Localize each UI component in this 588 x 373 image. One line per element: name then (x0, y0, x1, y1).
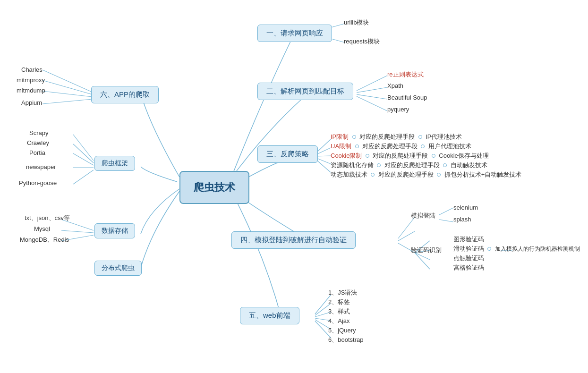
svg-line-28 (43, 80, 92, 94)
txt-node: txt、json、csv等 (25, 213, 70, 222)
js-node: 1、JS语法 (328, 288, 357, 297)
img-captcha: 图形验证码 (453, 235, 484, 244)
branch-three-label: 三、反爬策略 (257, 145, 318, 163)
crawler-framework: 爬虫框架 (94, 156, 135, 171)
pyquery-node: pyquery (387, 105, 409, 113)
ajax-node: 4、Ajax (328, 316, 350, 325)
svg-line-2 (357, 76, 387, 91)
mitmproxy-node: mitmproxy (17, 76, 45, 84)
svg-line-29 (43, 91, 92, 97)
portia-node: Portia (29, 148, 45, 157)
resource-row: 资源随机化存储 对应的反爬处理手段 自动触发技术 (331, 161, 487, 170)
tag-node: 2、标签 (328, 297, 350, 306)
svg-line-11 (398, 217, 415, 238)
ua-row: UA限制 对应的反爬处理手段 用户代理池技术 (331, 142, 471, 151)
data-storage: 数据存储 (94, 223, 135, 238)
distributed-label: 分布式爬虫 (94, 261, 142, 276)
selenium-node: selenium (453, 203, 478, 212)
svg-line-3 (357, 87, 387, 93)
branch-two: 二、解析网页到匹配目标 (257, 83, 353, 100)
python-goose-node: Python-goose (19, 178, 57, 187)
re-node: re正则表达式 (387, 70, 424, 79)
svg-line-35 (73, 170, 94, 184)
data-storage-label: 数据存储 (94, 223, 135, 238)
xpath-node: Xpath (387, 81, 403, 90)
style-node: 3、样式 (328, 307, 350, 316)
svg-line-33 (73, 153, 94, 165)
mitmdump-node: mitmdump (17, 86, 45, 94)
svg-line-4 (357, 94, 387, 99)
branch-two-label: 二、解析网页到匹配目标 (257, 83, 353, 100)
svg-line-19 (439, 220, 453, 222)
cookie-row: Cookie限制 对应的反爬处理手段 Cookie保存与处理 (331, 151, 489, 160)
svg-line-31 (73, 135, 94, 161)
scrapy-node: Scrapy (29, 128, 48, 137)
slide-captcha: 滑动验证码 加入模拟人的行为防机器检测机制 (453, 244, 580, 253)
main-node: 爬虫技术 (179, 171, 249, 204)
svg-line-30 (43, 99, 92, 104)
svg-line-18 (439, 208, 453, 215)
branch-five: 五、web前端 (240, 307, 299, 324)
branch-six-label: 六、APP的爬取 (91, 86, 159, 103)
appium-node: Appium (21, 98, 42, 107)
svg-line-32 (73, 144, 94, 163)
svg-line-5 (357, 96, 387, 111)
svg-line-17 (415, 253, 430, 269)
branch-five-label: 五、web前端 (240, 307, 299, 324)
mysql-node: Mysql (34, 224, 50, 233)
jquery-node: 5、jQuery (328, 326, 356, 335)
newspaper-node: newspaper (26, 162, 56, 171)
simulate-login: 模拟登陆 (411, 211, 435, 220)
bs-node: Beautiful Soup (387, 93, 427, 102)
branch-three: 三、反爬策略 (257, 145, 318, 163)
mongo-redis-node: MongoDB、Redis (20, 235, 69, 244)
splash-node: splash (453, 215, 471, 223)
ip-row: IP限制 对应的反爬处理手段 IP代理池技术 (331, 132, 462, 141)
branch-six: 六、APP的爬取 (91, 86, 159, 103)
distributed-crawler: 分布式爬虫 (94, 261, 142, 276)
branch-four: 四、模拟登陆到破解进行自动验证 (231, 231, 356, 249)
svg-line-37 (61, 230, 94, 233)
branch-one: 一、请求网页响应 (257, 25, 332, 42)
svg-line-27 (43, 70, 92, 92)
dynamic-row: 动态加载技术 对应的反爬处理手段 抓包分析技术+自动触发技术 (331, 170, 521, 179)
click-captcha: 点触验证码 (453, 254, 484, 263)
bootstrap-node: 6、bootstrap (328, 335, 363, 344)
captcha-group: 验证码识别 (411, 246, 442, 254)
requests-node: requests模块 (344, 37, 380, 46)
crawley-node: Crawley (27, 138, 49, 147)
main-label: 爬虫技术 (179, 171, 249, 204)
urllib-node: urllib模块 (344, 18, 369, 27)
charles-node: Charles (21, 65, 43, 74)
svg-line-12 (398, 231, 415, 241)
crawler-framework-label: 爬虫框架 (94, 156, 135, 171)
word-captcha: 宫格验证码 (453, 263, 484, 272)
branch-four-label: 四、模拟登陆到破解进行自动验证 (231, 231, 356, 249)
branch-one-label: 一、请求网页响应 (257, 25, 332, 42)
